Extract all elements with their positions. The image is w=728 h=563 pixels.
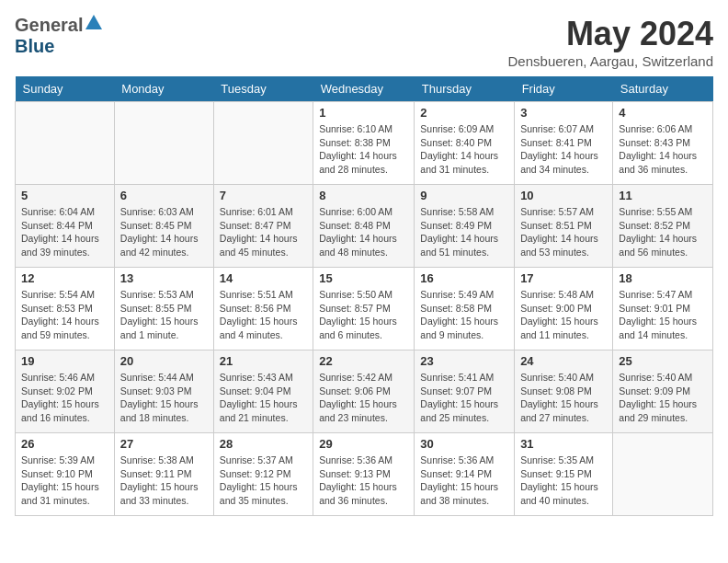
calendar-cell: 31Sunrise: 5:35 AM Sunset: 9:15 PM Dayli… [515, 433, 613, 516]
day-info: Sunrise: 5:36 AM Sunset: 9:13 PM Dayligh… [319, 454, 408, 508]
calendar-table: SundayMondayTuesdayWednesdayThursdayFrid… [15, 76, 713, 516]
day-info: Sunrise: 6:04 AM Sunset: 8:44 PM Dayligh… [21, 205, 108, 259]
calendar-header-row: SundayMondayTuesdayWednesdayThursdayFrid… [16, 76, 713, 102]
day-number: 23 [420, 354, 508, 368]
day-number: 25 [619, 354, 707, 368]
day-number: 30 [420, 437, 508, 451]
day-number: 9 [420, 189, 508, 202]
calendar-week-row: 26Sunrise: 5:39 AM Sunset: 9:10 PM Dayli… [16, 433, 713, 516]
calendar-cell: 13Sunrise: 5:53 AM Sunset: 8:55 PM Dayli… [114, 268, 213, 350]
day-number: 7 [220, 189, 307, 202]
calendar-cell: 15Sunrise: 5:50 AM Sunset: 8:57 PM Dayli… [313, 268, 415, 350]
calendar-cell: 2Sunrise: 6:09 AM Sunset: 8:40 PM Daylig… [415, 102, 515, 185]
day-info: Sunrise: 5:55 AM Sunset: 8:52 PM Dayligh… [619, 205, 707, 259]
weekday-header: Wednesday [313, 76, 415, 102]
logo: General Blue [15, 15, 102, 57]
weekday-header: Sunday [16, 76, 115, 102]
day-number: 10 [520, 189, 607, 202]
day-info: Sunrise: 5:48 AM Sunset: 9:00 PM Dayligh… [520, 288, 607, 342]
calendar-cell [114, 102, 213, 185]
day-info: Sunrise: 5:35 AM Sunset: 9:15 PM Dayligh… [520, 454, 607, 508]
day-number: 27 [120, 437, 208, 451]
day-number: 31 [520, 437, 607, 451]
calendar-cell: 18Sunrise: 5:47 AM Sunset: 9:01 PM Dayli… [613, 268, 713, 350]
location: Densbueren, Aargau, Switzerland [508, 53, 713, 69]
day-info: Sunrise: 5:44 AM Sunset: 9:03 PM Dayligh… [120, 371, 208, 425]
day-info: Sunrise: 5:58 AM Sunset: 8:49 PM Dayligh… [420, 205, 508, 259]
day-info: Sunrise: 5:46 AM Sunset: 9:02 PM Dayligh… [21, 371, 108, 425]
day-info: Sunrise: 5:42 AM Sunset: 9:06 PM Dayligh… [319, 371, 408, 425]
calendar-cell [613, 433, 713, 516]
day-info: Sunrise: 5:47 AM Sunset: 9:01 PM Dayligh… [619, 288, 707, 342]
weekday-header: Friday [515, 76, 613, 102]
calendar-cell: 5Sunrise: 6:04 AM Sunset: 8:44 PM Daylig… [16, 185, 115, 268]
calendar-cell: 16Sunrise: 5:49 AM Sunset: 8:58 PM Dayli… [415, 268, 515, 350]
day-info: Sunrise: 5:54 AM Sunset: 8:53 PM Dayligh… [21, 288, 108, 342]
day-number: 13 [120, 271, 208, 285]
calendar-cell: 24Sunrise: 5:40 AM Sunset: 9:08 PM Dayli… [515, 350, 613, 433]
calendar-cell: 9Sunrise: 5:58 AM Sunset: 8:49 PM Daylig… [415, 185, 515, 268]
day-info: Sunrise: 6:01 AM Sunset: 8:47 PM Dayligh… [220, 205, 307, 259]
weekday-header: Monday [114, 76, 213, 102]
day-info: Sunrise: 5:41 AM Sunset: 9:07 PM Dayligh… [420, 371, 508, 425]
day-info: Sunrise: 5:40 AM Sunset: 9:08 PM Dayligh… [520, 371, 607, 425]
calendar-cell: 6Sunrise: 6:03 AM Sunset: 8:45 PM Daylig… [114, 185, 213, 268]
day-info: Sunrise: 5:40 AM Sunset: 9:09 PM Dayligh… [619, 371, 707, 425]
weekday-header: Tuesday [213, 76, 313, 102]
day-info: Sunrise: 6:07 AM Sunset: 8:41 PM Dayligh… [520, 122, 607, 177]
calendar-cell: 28Sunrise: 5:37 AM Sunset: 9:12 PM Dayli… [213, 433, 313, 516]
calendar-cell: 8Sunrise: 6:00 AM Sunset: 8:48 PM Daylig… [313, 185, 415, 268]
calendar-cell: 14Sunrise: 5:51 AM Sunset: 8:56 PM Dayli… [213, 268, 313, 350]
day-number: 28 [220, 437, 307, 451]
logo-triangle-icon [85, 15, 102, 29]
calendar-week-row: 19Sunrise: 5:46 AM Sunset: 9:02 PM Dayli… [16, 350, 713, 433]
day-info: Sunrise: 5:37 AM Sunset: 9:12 PM Dayligh… [220, 454, 307, 508]
day-number: 12 [21, 271, 108, 285]
day-info: Sunrise: 5:51 AM Sunset: 8:56 PM Dayligh… [220, 288, 307, 342]
day-number: 3 [520, 106, 607, 120]
day-info: Sunrise: 6:09 AM Sunset: 8:40 PM Dayligh… [420, 122, 508, 177]
day-number: 26 [21, 437, 108, 451]
calendar-week-row: 12Sunrise: 5:54 AM Sunset: 8:53 PM Dayli… [16, 268, 713, 350]
logo-blue: Blue [15, 36, 54, 56]
day-number: 11 [619, 189, 707, 202]
day-number: 17 [520, 271, 607, 285]
logo-general: General [15, 15, 83, 35]
day-info: Sunrise: 5:49 AM Sunset: 8:58 PM Dayligh… [420, 288, 508, 342]
month-title: May 2024 [508, 15, 713, 53]
day-number: 18 [619, 271, 707, 285]
day-number: 24 [520, 354, 607, 368]
day-info: Sunrise: 6:03 AM Sunset: 8:45 PM Dayligh… [120, 205, 208, 259]
calendar-cell [16, 102, 115, 185]
calendar-cell: 19Sunrise: 5:46 AM Sunset: 9:02 PM Dayli… [16, 350, 115, 433]
calendar-cell: 12Sunrise: 5:54 AM Sunset: 8:53 PM Dayli… [16, 268, 115, 350]
calendar-cell: 26Sunrise: 5:39 AM Sunset: 9:10 PM Dayli… [16, 433, 115, 516]
calendar-cell: 4Sunrise: 6:06 AM Sunset: 8:43 PM Daylig… [613, 102, 713, 185]
day-info: Sunrise: 5:57 AM Sunset: 8:51 PM Dayligh… [520, 205, 607, 259]
day-info: Sunrise: 5:50 AM Sunset: 8:57 PM Dayligh… [319, 288, 408, 342]
calendar-cell: 20Sunrise: 5:44 AM Sunset: 9:03 PM Dayli… [114, 350, 213, 433]
calendar-cell [213, 102, 313, 185]
calendar-cell: 30Sunrise: 5:36 AM Sunset: 9:14 PM Dayli… [415, 433, 515, 516]
calendar-cell: 17Sunrise: 5:48 AM Sunset: 9:00 PM Dayli… [515, 268, 613, 350]
day-number: 16 [420, 271, 508, 285]
day-number: 22 [319, 354, 408, 368]
page-header: General Blue May 2024 Densbueren, Aargau… [15, 15, 713, 69]
day-info: Sunrise: 6:10 AM Sunset: 8:38 PM Dayligh… [319, 122, 408, 177]
calendar-cell: 7Sunrise: 6:01 AM Sunset: 8:47 PM Daylig… [213, 185, 313, 268]
calendar-week-row: 5Sunrise: 6:04 AM Sunset: 8:44 PM Daylig… [16, 185, 713, 268]
weekday-header: Thursday [415, 76, 515, 102]
day-number: 8 [319, 189, 408, 202]
day-info: Sunrise: 6:00 AM Sunset: 8:48 PM Dayligh… [319, 205, 408, 259]
day-number: 6 [120, 189, 208, 202]
calendar-cell: 21Sunrise: 5:43 AM Sunset: 9:04 PM Dayli… [213, 350, 313, 433]
day-number: 2 [420, 106, 508, 120]
day-info: Sunrise: 5:36 AM Sunset: 9:14 PM Dayligh… [420, 454, 508, 508]
day-number: 19 [21, 354, 108, 368]
day-number: 14 [220, 271, 307, 285]
day-info: Sunrise: 5:38 AM Sunset: 9:11 PM Dayligh… [120, 454, 208, 508]
calendar-cell: 27Sunrise: 5:38 AM Sunset: 9:11 PM Dayli… [114, 433, 213, 516]
day-number: 4 [619, 106, 707, 120]
title-area: May 2024 Densbueren, Aargau, Switzerland [508, 15, 713, 69]
day-number: 5 [21, 189, 108, 202]
